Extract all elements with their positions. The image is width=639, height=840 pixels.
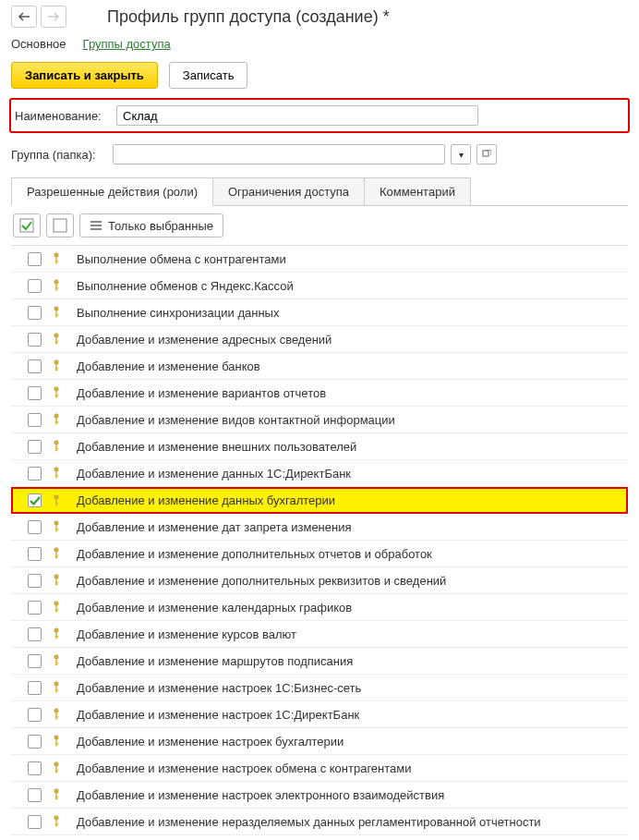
role-checkbox[interactable] bbox=[28, 493, 42, 507]
key-icon bbox=[51, 761, 62, 774]
role-checkbox[interactable] bbox=[28, 252, 42, 266]
svg-point-22 bbox=[54, 360, 58, 364]
group-input[interactable] bbox=[113, 144, 445, 164]
role-checkbox[interactable] bbox=[28, 386, 42, 400]
svg-rect-40 bbox=[55, 475, 58, 476]
svg-point-54 bbox=[54, 575, 58, 578]
role-checkbox[interactable] bbox=[28, 654, 42, 668]
role-row[interactable]: Добавление и изменение внешних пользоват… bbox=[11, 433, 628, 460]
role-row[interactable]: Добавление и изменение вариантов отчетов bbox=[11, 380, 628, 407]
role-row[interactable]: Добавление и изменение дополнительных от… bbox=[11, 541, 628, 567]
role-row[interactable]: Добавление и изменение адресных сведений bbox=[11, 326, 628, 353]
role-row[interactable]: Выполнение синхронизации данных bbox=[11, 299, 628, 326]
role-label: Добавление и изменение настроек электрон… bbox=[77, 788, 444, 802]
role-checkbox[interactable] bbox=[28, 333, 42, 347]
tab-basic[interactable]: Основное bbox=[11, 37, 66, 51]
svg-rect-41 bbox=[55, 477, 57, 478]
role-row[interactable]: Добавление и изменение настроек электрон… bbox=[11, 782, 628, 809]
svg-rect-25 bbox=[55, 370, 57, 371]
role-row[interactable]: Добавление и изменение настроек обмена с… bbox=[11, 755, 628, 782]
role-row[interactable]: Добавление и изменение настроек бухгалте… bbox=[11, 728, 628, 755]
role-row[interactable]: Добавление и изменение неразделяемых дан… bbox=[11, 809, 628, 835]
check-all-button[interactable] bbox=[13, 213, 41, 237]
role-row[interactable]: Добавление и изменение курсов валют bbox=[11, 621, 628, 648]
svg-point-66 bbox=[54, 655, 58, 659]
role-label: Добавление и изменение банков bbox=[77, 359, 260, 373]
group-open-button[interactable] bbox=[476, 144, 497, 164]
role-label: Добавление и изменение настроек бухгалте… bbox=[77, 735, 344, 749]
svg-rect-16 bbox=[55, 314, 58, 315]
name-input[interactable] bbox=[116, 105, 478, 126]
svg-rect-52 bbox=[55, 555, 58, 556]
role-label: Добавление и изменение маршрутов подписа… bbox=[77, 654, 353, 668]
tab-access-groups[interactable]: Группы доступа bbox=[83, 37, 171, 51]
role-row[interactable]: Добавление и изменение банков bbox=[11, 353, 628, 380]
role-row[interactable]: Добавление и изменение календарных графи… bbox=[11, 594, 628, 621]
role-row[interactable]: Выполнение обмена с контрагентами bbox=[11, 246, 628, 273]
svg-rect-81 bbox=[55, 745, 57, 746]
role-checkbox[interactable] bbox=[28, 413, 42, 427]
role-row[interactable]: Добавление и изменение настроек 1С:Бизне… bbox=[11, 675, 628, 701]
svg-rect-77 bbox=[55, 718, 57, 719]
uncheck-all-button[interactable] bbox=[46, 213, 74, 237]
write-and-close-button[interactable]: Записать и закрыть bbox=[11, 62, 158, 89]
svg-rect-55 bbox=[55, 578, 57, 585]
role-row[interactable]: Выполнение обменов с Яндекс.Кассой bbox=[11, 273, 628, 299]
role-checkbox[interactable] bbox=[28, 467, 42, 481]
svg-point-10 bbox=[54, 280, 58, 284]
svg-point-50 bbox=[54, 548, 58, 552]
role-checkbox[interactable] bbox=[28, 306, 42, 320]
role-label: Добавление и изменение настроек 1С:Дирек… bbox=[77, 708, 359, 722]
role-checkbox[interactable] bbox=[28, 735, 42, 749]
role-label: Добавление и изменение курсов валют bbox=[77, 627, 296, 641]
subtab-restrictions[interactable]: Ограничения доступа bbox=[212, 177, 365, 205]
role-row[interactable]: Добавление и изменение настроек 1С:Дирек… bbox=[11, 701, 628, 728]
role-checkbox[interactable] bbox=[28, 601, 42, 615]
role-checkbox[interactable] bbox=[28, 681, 42, 695]
role-row[interactable]: Добавление и изменение данных бухгалтери… bbox=[11, 487, 628, 514]
svg-rect-35 bbox=[55, 444, 57, 451]
role-checkbox[interactable] bbox=[28, 279, 42, 293]
key-icon bbox=[51, 788, 62, 801]
svg-point-26 bbox=[54, 387, 58, 391]
only-selected-button[interactable]: Только выбранные bbox=[79, 213, 223, 237]
role-checkbox[interactable] bbox=[28, 815, 42, 829]
role-checkbox[interactable] bbox=[28, 708, 42, 722]
role-row[interactable]: Добавление и изменение дат запрета измен… bbox=[11, 514, 628, 541]
role-row[interactable]: Добавление и изменение маршрутов подписа… bbox=[11, 648, 628, 675]
subtab-comment[interactable]: Комментарий bbox=[364, 177, 471, 205]
role-checkbox[interactable] bbox=[28, 440, 42, 454]
role-checkbox[interactable] bbox=[28, 761, 42, 775]
svg-rect-2 bbox=[54, 219, 66, 232]
svg-rect-0 bbox=[483, 151, 488, 156]
svg-rect-73 bbox=[55, 691, 57, 692]
svg-rect-56 bbox=[55, 582, 58, 583]
role-row[interactable]: Добавление и изменение данных 1С:ДиректБ… bbox=[11, 460, 628, 487]
role-checkbox[interactable] bbox=[28, 547, 42, 561]
svg-point-14 bbox=[54, 307, 58, 310]
role-row[interactable]: Добавление и изменение дополнительных ре… bbox=[11, 567, 628, 594]
key-icon bbox=[51, 413, 62, 426]
svg-rect-37 bbox=[55, 450, 57, 451]
svg-rect-24 bbox=[55, 368, 58, 369]
forward-button[interactable] bbox=[41, 6, 66, 28]
role-checkbox[interactable] bbox=[28, 788, 42, 802]
role-checkbox[interactable] bbox=[28, 359, 42, 373]
svg-rect-27 bbox=[55, 391, 57, 397]
subtab-roles[interactable]: Разрешенные действия (роли) bbox=[11, 177, 213, 206]
svg-rect-20 bbox=[55, 341, 58, 342]
group-dropdown-button[interactable]: ▾ bbox=[451, 144, 471, 164]
key-icon bbox=[51, 601, 62, 614]
write-button[interactable]: Записать bbox=[169, 62, 248, 89]
role-checkbox[interactable] bbox=[28, 574, 42, 588]
role-row[interactable]: Добавление и изменение видов контактной … bbox=[11, 407, 628, 433]
name-label: Наименование: bbox=[15, 109, 111, 123]
svg-rect-85 bbox=[55, 772, 57, 773]
svg-rect-83 bbox=[55, 766, 57, 773]
svg-rect-64 bbox=[55, 636, 58, 637]
role-checkbox[interactable] bbox=[28, 520, 42, 534]
key-icon bbox=[51, 359, 62, 372]
back-button[interactable] bbox=[11, 6, 37, 28]
role-checkbox[interactable] bbox=[28, 627, 42, 641]
svg-rect-93 bbox=[55, 825, 57, 826]
